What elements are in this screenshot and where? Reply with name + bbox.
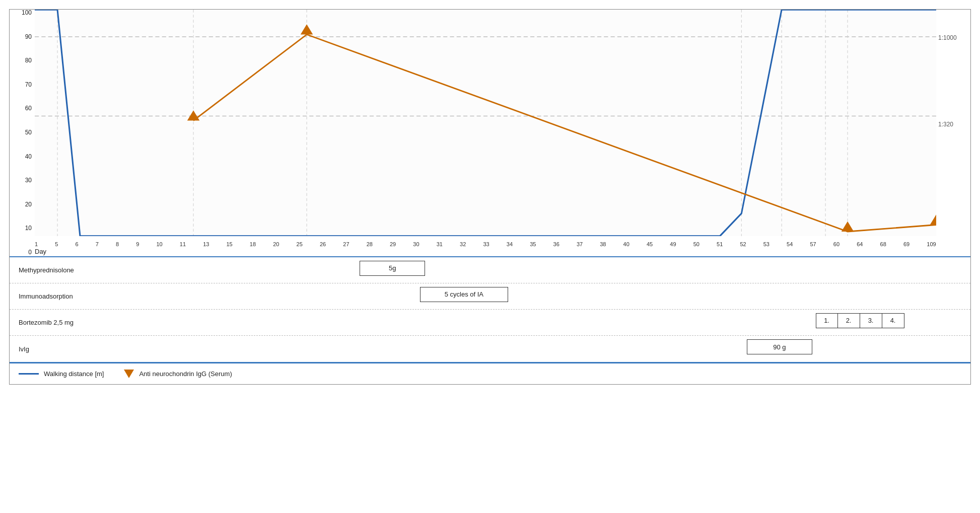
y-70: 70 — [25, 82, 32, 88]
x-11: 11 — [180, 241, 186, 247]
treatment-label-immunoad: Immunoadsorption — [10, 292, 110, 300]
x-18: 18 — [250, 241, 256, 247]
x-27: 27 — [343, 241, 349, 247]
x-5: 5 — [55, 241, 58, 247]
x-40: 40 — [623, 241, 629, 247]
right-label-1000: 1:1000 — [938, 34, 957, 41]
legend-antibody: Anti neurochondrin IgG (Serum) — [124, 370, 232, 378]
y-0: 0 — [28, 249, 32, 255]
right-label-320: 1:320 — [938, 121, 953, 128]
y-30: 30 — [25, 177, 32, 183]
x-50: 50 — [693, 241, 699, 247]
x-1: 1 — [35, 241, 38, 247]
legend-line-icon — [19, 373, 39, 375]
x-54: 54 — [787, 241, 793, 247]
x-25: 25 — [297, 241, 303, 247]
treatment-content-immunoad: 5 cycles of IA — [110, 287, 970, 306]
bortezomib-box-4: 4. — [882, 313, 904, 328]
legend-walking: Walking distance [m] — [19, 370, 104, 378]
x-axis-labels: 1 5 6 7 8 9 10 11 13 15 18 20 25 26 27 2… — [35, 241, 936, 247]
y-10: 10 — [25, 225, 32, 231]
x-38: 38 — [600, 241, 606, 247]
bortezomib-box-3: 3. — [860, 313, 882, 328]
bortezomib-boxes: 1. 2. 3. 4. — [816, 313, 904, 328]
x-30: 30 — [413, 241, 419, 247]
treatment-row-ivig: IvIg 90 g — [10, 336, 970, 362]
x-9: 9 — [136, 241, 139, 247]
x-36: 36 — [553, 241, 559, 247]
legend-antibody-label: Anti neurochondrin IgG (Serum) — [139, 370, 232, 378]
legend-area: Walking distance [m] Anti neurochondrin … — [10, 363, 970, 384]
x-49: 49 — [670, 241, 676, 247]
x-109: 109 — [927, 241, 936, 247]
x-15: 15 — [226, 241, 232, 247]
x-13: 13 — [203, 241, 209, 247]
x-7: 7 — [96, 241, 99, 247]
x-20: 20 — [273, 241, 279, 247]
main-container: 100 90 80 70 60 50 40 30 20 10 0 — [9, 9, 971, 385]
x-10: 10 — [156, 241, 162, 247]
legend-triangle-icon — [124, 370, 134, 378]
legend-walking-label: Walking distance [m] — [44, 370, 104, 378]
x-34: 34 — [507, 241, 513, 247]
svg-rect-0 — [35, 10, 936, 236]
treatment-label-bortezomib: Bortezomib 2,5 mg — [10, 319, 110, 326]
x-35: 35 — [530, 241, 536, 247]
immunoad-box: 5 cycles of IA — [420, 287, 508, 302]
y-80: 80 — [25, 57, 32, 63]
x-8: 8 — [116, 241, 119, 247]
treatment-content-ivig: 90 g — [110, 339, 970, 358]
x-52: 52 — [740, 241, 746, 247]
x-64: 64 — [857, 241, 863, 247]
x-26: 26 — [320, 241, 326, 247]
x-33: 33 — [483, 241, 489, 247]
treatment-content-methylpred: 5g — [110, 261, 970, 280]
x-51: 51 — [717, 241, 723, 247]
y-60: 60 — [25, 105, 32, 111]
x-45: 45 — [647, 241, 653, 247]
treatment-label-ivig: IvIg — [10, 345, 110, 353]
treatment-row-bortezomib: Bortezomib 2,5 mg 1. 2. 3. 4. — [10, 310, 970, 336]
x-68: 68 — [880, 241, 886, 247]
chart-svg — [35, 10, 936, 236]
treatment-table: Methyprednisolone 5g Immunoadsorption 5 … — [10, 256, 970, 363]
x-57: 57 — [810, 241, 816, 247]
y-90: 90 — [25, 34, 32, 40]
y-axis-right: 1:1000 1:320 — [936, 10, 970, 256]
x-69: 69 — [903, 241, 909, 247]
treatment-label-methylpred: Methyprednisolone — [10, 266, 110, 274]
treatment-row-methylpred: Methyprednisolone 5g — [10, 257, 970, 283]
ivig-box: 90 g — [747, 339, 812, 354]
x-6: 6 — [75, 241, 78, 247]
y-40: 40 — [25, 154, 32, 160]
bortezomib-box-1: 1. — [816, 313, 838, 328]
x-37: 37 — [577, 241, 583, 247]
y-100: 100 — [22, 10, 32, 16]
x-28: 28 — [367, 241, 373, 247]
y-20: 20 — [25, 201, 32, 207]
x-axis-title: Day — [35, 248, 46, 255]
treatment-row-immunoad: Immunoadsorption 5 cycles of IA — [10, 283, 970, 310]
methylpred-box: 5g — [360, 261, 425, 276]
x-53: 53 — [763, 241, 769, 247]
bortezomib-box-2: 2. — [838, 313, 860, 328]
x-32: 32 — [460, 241, 466, 247]
x-60: 60 — [833, 241, 839, 247]
x-31: 31 — [437, 241, 443, 247]
treatment-content-bortezomib: 1. 2. 3. 4. — [110, 313, 970, 332]
x-29: 29 — [390, 241, 396, 247]
chart-area: 100 90 80 70 60 50 40 30 20 10 0 — [10, 10, 970, 256]
y-50: 50 — [25, 129, 32, 135]
y-axis: 100 90 80 70 60 50 40 30 20 10 0 — [10, 10, 35, 256]
